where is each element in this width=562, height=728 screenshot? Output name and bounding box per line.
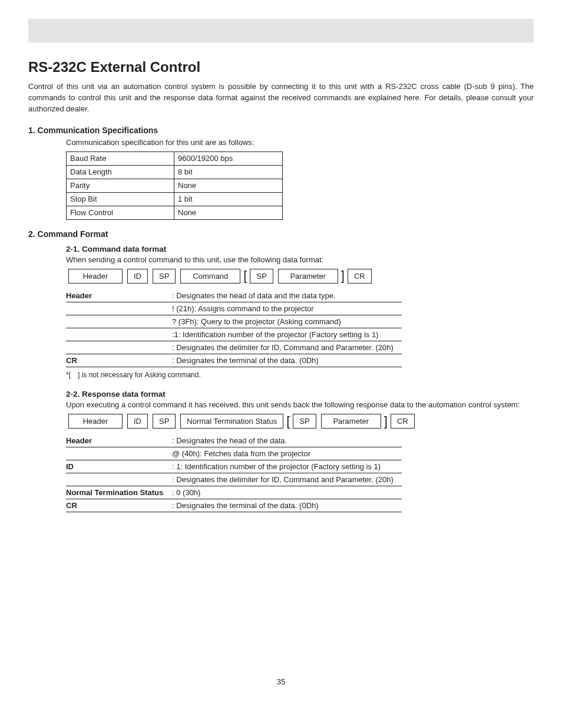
token-parameter: Parameter xyxy=(321,414,381,429)
def-row: ID: 1: Identification number of the proj… xyxy=(66,460,402,473)
def-row: ? (3Fh): Query to the projector (Asking … xyxy=(66,315,402,328)
section-1-body: Communication specification for this uni… xyxy=(66,137,534,148)
command-token-row: Header ID SP Command [ SP Parameter ] CR xyxy=(66,269,534,284)
token-header: Header xyxy=(68,269,123,284)
token-id: ID xyxy=(127,269,148,284)
def-term: CR xyxy=(66,501,172,510)
def-desc: :1: Identification number of the project… xyxy=(172,330,402,339)
bracket-close: ] xyxy=(341,269,345,282)
def-row: Header: Designates the head of the data. xyxy=(66,434,402,447)
def-term xyxy=(66,449,172,458)
spec-key: Baud Rate xyxy=(67,151,174,165)
token-parameter: Parameter xyxy=(278,269,338,284)
page-number: 35 xyxy=(0,677,562,686)
intro-paragraph: Control of this unit via an automation c… xyxy=(28,81,534,115)
def-desc: : Designates the terminal of the data. (… xyxy=(172,356,402,365)
def-term: Header xyxy=(66,291,172,300)
bracket-open: [ xyxy=(243,269,247,282)
def-desc: ! (21h): Assigns command to the projecto… xyxy=(172,304,402,313)
token-cr: CR xyxy=(391,414,415,429)
def-row: : Designates the delimiter for ID, Comma… xyxy=(66,473,402,486)
def-term: CR xyxy=(66,356,172,365)
table-row: Baud Rate9600/19200 bps xyxy=(67,151,283,165)
token-sp2: SP xyxy=(250,269,273,284)
table-row: Stop Bit1 bit xyxy=(67,192,283,206)
section-2-2-body: Upon executing a control command it has … xyxy=(66,400,534,410)
table-row: Flow ControlNone xyxy=(67,206,283,219)
section-2-2-heading: 2-2. Response data format xyxy=(66,390,534,398)
def-desc: : 0 (30h) xyxy=(172,488,402,497)
token-status: Normal Termination Status xyxy=(180,414,283,429)
def-desc: : Designates the delimiter for ID, Comma… xyxy=(172,475,402,484)
page-title: RS-232C External Control xyxy=(28,59,534,75)
token-sp: SP xyxy=(153,269,176,284)
footnote: *[ ] is not necessary for Asking command… xyxy=(66,371,534,379)
def-row: CR: Designates the terminal of the data.… xyxy=(66,354,402,367)
def-term xyxy=(66,304,172,313)
def-term xyxy=(66,330,172,339)
token-id: ID xyxy=(127,414,148,429)
comm-spec-table: Baud Rate9600/19200 bps Data Length8 bit… xyxy=(66,151,283,220)
spec-val: 1 bit xyxy=(174,192,283,206)
token-cr: CR xyxy=(348,269,372,284)
def-row: Normal Termination Status: 0 (30h) xyxy=(66,486,402,499)
section-2-1-body: When sending a control command to this u… xyxy=(66,255,534,265)
table-row: Data Length8 bit xyxy=(67,165,283,179)
def-row: : Designates the delimiter for ID, Comma… xyxy=(66,341,402,354)
section-2-heading: 2. Command Format xyxy=(28,229,534,239)
def-term: Header xyxy=(66,436,172,445)
spec-key: Flow Control xyxy=(67,206,174,219)
def-row: @ (40h): Fetches data from the projector xyxy=(66,447,402,460)
table-row: ParityNone xyxy=(67,179,283,192)
spec-val: None xyxy=(174,206,283,219)
def-term: Normal Termination Status xyxy=(66,488,172,497)
bracket-open: [ xyxy=(286,415,290,428)
def-desc: : Designates the head of data and the da… xyxy=(172,291,402,300)
spec-key: Parity xyxy=(67,179,174,192)
def-desc: ? (3Fh): Query to the projector (Asking … xyxy=(172,317,402,326)
token-command: Command xyxy=(180,269,240,284)
spec-key: Data Length xyxy=(67,165,174,179)
def-term xyxy=(66,343,172,352)
def-term: ID xyxy=(66,462,172,471)
def-row: CR: Designates the terminal of the data.… xyxy=(66,499,402,512)
def-desc: : Designates the delimiter for ID, Comma… xyxy=(172,343,402,352)
section-2-1-heading: 2-1. Command data format xyxy=(66,245,534,253)
response-token-row: Header ID SP Normal Termination Status [… xyxy=(66,414,534,429)
def-row: :1: Identification number of the project… xyxy=(66,328,402,341)
def-desc: : Designates the terminal of the data. (… xyxy=(172,501,402,510)
bracket-close: ] xyxy=(384,415,388,428)
def-row: Header: Designates the head of data and … xyxy=(66,289,402,302)
spec-val: 9600/19200 bps xyxy=(174,151,283,165)
def-term xyxy=(66,317,172,326)
def-term xyxy=(66,475,172,484)
def-desc: : 1: Identification number of the projec… xyxy=(172,462,402,471)
spec-val: None xyxy=(174,179,283,192)
def-desc: @ (40h): Fetches data from the projector xyxy=(172,449,402,458)
token-sp: SP xyxy=(153,414,176,429)
spec-val: 8 bit xyxy=(174,165,283,179)
spec-key: Stop Bit xyxy=(67,192,174,206)
def-row: ! (21h): Assigns command to the projecto… xyxy=(66,302,402,315)
def-desc: : Designates the head of the data. xyxy=(172,436,402,445)
token-header: Header xyxy=(68,414,123,429)
token-sp2: SP xyxy=(293,414,316,429)
header-banner xyxy=(28,19,534,42)
section-1-heading: 1. Communication Specifications xyxy=(28,126,534,135)
